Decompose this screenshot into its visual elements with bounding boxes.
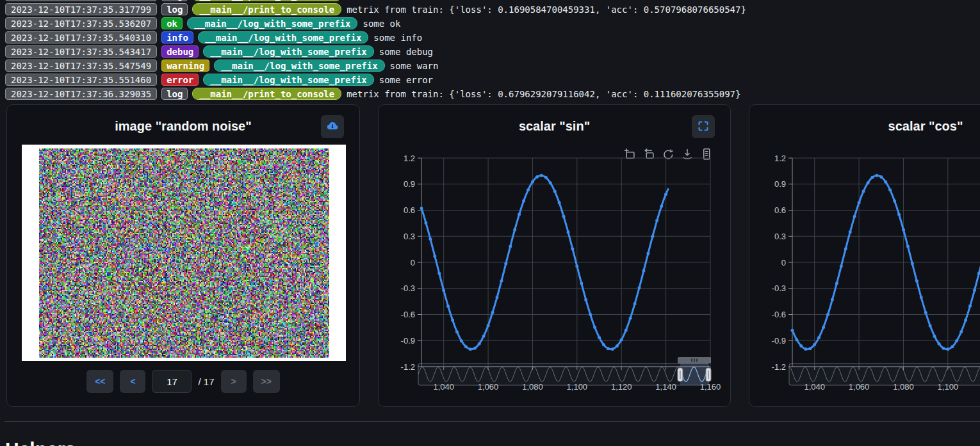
pager-next-button[interactable]: > [221,370,247,393]
partial-heading: Helpers [5,438,76,446]
level-badge-log: log [161,88,188,100]
log-row: 2023-12-10T17:37:35.543417debug__main__/… [5,45,980,58]
timestamp-badge: 2023-12-10T17:37:35.317799 [5,3,157,15]
level-badge-debug: debug [161,45,199,58]
level-badge-warning: warning [161,60,209,72]
y-axis-label: -0.3 [401,283,415,293]
log-message: metrix from train: {'loss': 0.1690584700… [347,4,746,15]
sin-chart[interactable]: 1.20.90.60.30-0.3-0.6-0.9-1.21,0401,0601… [380,143,729,396]
logger-badge: __main__/log_with_some_prefix [203,45,373,58]
timestamp-badge: 2023-12-10T17:37:35.551460 [5,74,157,86]
datazoom-slider[interactable] [789,357,980,385]
timestamp-badge: 2023-12-10T17:37:35.536207 [5,17,157,29]
y-axis-label: 0.3 [774,232,786,241]
level-badge-info: info [161,31,193,44]
level-badge-log: log [161,3,188,15]
screen: 2023-12-10T17:37:35.317799log__main__/pr… [0,0,980,446]
log-row: 2023-12-10T17:37:35.317799log__main__/pr… [5,3,980,15]
pager-first-button[interactable]: << [86,370,113,393]
image-viewer [22,145,346,361]
image-card-title: image "random noise" [7,119,359,134]
cos-card: scalar "cos" 1.20.90.60.30-0.3-0.6-0.9-1… [749,104,980,407]
logger-badge: __main__/log_with_some_prefix [214,60,384,72]
y-axis-label: -0.9 [772,336,786,346]
logger-badge: __main__/log_with_some_prefix [198,31,368,44]
pager-prev-button[interactable]: < [120,370,145,393]
log-section: 2023-12-10T17:37:35.317799log__main__/pr… [5,0,980,102]
y-axis-label: 0.6 [404,205,415,215]
timestamp-badge: 2023-12-10T17:37:35.540310 [5,31,157,44]
y-axis-label: -0.6 [401,310,415,319]
image-card: image "random noise" << < / 17 > >> [6,104,360,407]
log-message: some warn [390,61,439,71]
timestamp-badge: 2023-12-10T17:37:35.547549 [5,60,157,72]
log-row: 2023-12-10T17:37:35.540310info__main__/l… [5,31,980,44]
log-message: some error [379,75,433,85]
y-axis-label: 0.6 [774,205,786,215]
log-row: 2023-12-10T17:37:35.317799log__main__/pr… [5,0,980,1]
y-axis-label: -0.6 [772,310,786,319]
download-button[interactable] [321,115,344,138]
logger-badge: __main__/print_to_console [192,0,341,1]
datazoom-slider[interactable] [418,357,711,385]
image-pager: << < / 17 > >> [7,370,359,393]
y-axis-label: 0.9 [774,179,786,189]
y-axis-label: 0 [781,258,786,267]
pager-total-label: / 17 [198,376,214,387]
sin-card-title: scalar "sin" [379,119,730,134]
fullscreen-icon [698,120,709,134]
pager-last-button[interactable]: >> [253,370,280,393]
log-row: 2023-12-10T17:37:35.547549warning__main_… [5,60,980,72]
logger-badge: __main__/print_to_console [192,3,341,15]
logger-badge: __main__/log_with_some_prefix [203,74,373,86]
y-axis-label: 1.2 [404,154,415,163]
y-axis-label: 0.9 [404,179,415,189]
log-message: metrix from train: {'loss': 0.6796292079… [347,89,740,99]
section-divider [4,421,980,422]
y-axis-label: -1.2 [772,362,786,372]
y-axis-label: 0.3 [404,232,415,241]
level-badge-log: log [161,0,188,1]
log-message: some info [373,33,422,43]
cos-chart[interactable]: 1.20.90.60.30-0.3-0.6-0.9-1.21,0401,0601… [751,143,980,396]
logger-badge: __main__/print_to_console [192,88,341,100]
log-message: some debug [379,47,433,57]
y-axis-label: -0.3 [772,283,786,293]
log-message: some ok [363,19,400,29]
log-row: 2023-12-10T17:37:35.551460error__main__/… [5,74,980,86]
log-row: 2023-12-10T17:37:35.536207ok__main__/log… [5,17,980,29]
pager-page-input[interactable] [152,370,192,393]
log-message: metrix from train: {'loss': 0.1690584700… [347,0,746,1]
fullscreen-button[interactable] [692,115,715,138]
timestamp-badge: 2023-12-10T17:37:35.317799 [5,0,157,1]
log-row: 2023-12-10T17:37:36.329035log__main__/pr… [5,88,980,100]
level-badge-error: error [161,74,199,86]
level-badge-ok: ok [161,17,183,29]
y-axis-label: 0 [411,258,415,267]
random-noise-image [39,148,329,358]
y-axis-label: -0.9 [401,336,415,346]
sin-card: scalar "sin" 1.20.90.60.30-0.3-0.6-0.9-1… [378,104,731,407]
y-axis-label: 1.2 [774,154,786,163]
timestamp-badge: 2023-12-10T17:37:36.329035 [5,88,157,100]
y-axis-label: -1.2 [401,362,415,372]
logger-badge: __main__/log_with_some_prefix [187,17,357,29]
timestamp-badge: 2023-12-10T17:37:35.543417 [5,45,157,58]
cos-card-title: scalar "cos" [749,119,980,134]
cloud-download-icon [326,120,339,134]
